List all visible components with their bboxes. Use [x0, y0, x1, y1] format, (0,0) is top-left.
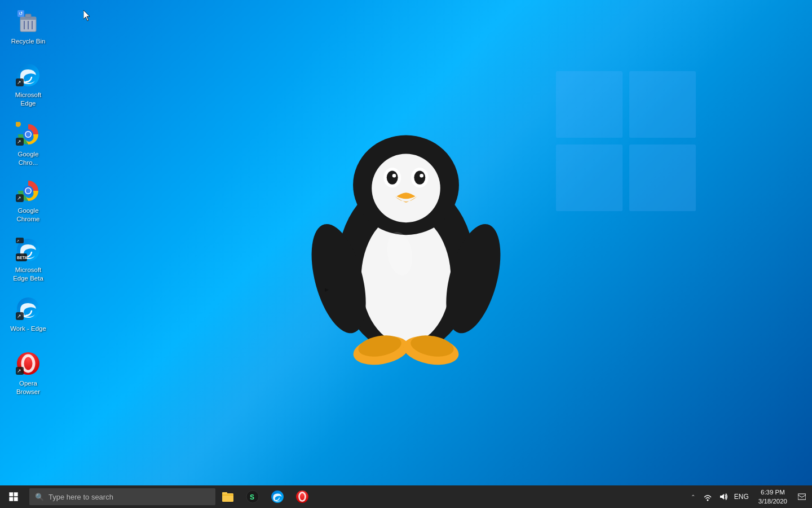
svg-text:↗: ↗ — [16, 239, 19, 243]
svg-rect-57 — [9, 492, 13, 496]
taskbar-opera[interactable] — [290, 485, 315, 508]
svg-rect-1 — [629, 71, 696, 138]
svg-rect-0 — [556, 71, 623, 138]
edge-beta-label: Microsoft Edge Beta — [8, 266, 48, 283]
chrome-label: Google Chrome — [8, 207, 48, 224]
svg-point-10 — [392, 174, 396, 178]
svg-rect-62 — [222, 492, 227, 494]
svg-text:↗: ↗ — [17, 139, 21, 144]
edge-label: Microsoft Edge — [8, 91, 48, 108]
svg-point-9 — [387, 170, 398, 184]
desktop-icon-google-chrome[interactable]: ↗ Google Chrome — [6, 175, 51, 226]
svg-point-13 — [420, 174, 423, 178]
tux-penguin: ▶ — [304, 129, 508, 366]
svg-text:↗: ↗ — [17, 195, 21, 201]
svg-point-7 — [372, 154, 440, 223]
svg-text:↗: ↗ — [17, 368, 21, 374]
chrome-old-icon: ↗ — [15, 121, 42, 148]
svg-rect-59 — [9, 497, 13, 501]
svg-point-12 — [414, 170, 425, 184]
svg-point-42 — [26, 189, 31, 194]
file-explorer-icon — [221, 490, 235, 503]
taskbar: 🔍 S — [0, 485, 812, 508]
system-tray: ⌃ ENG 6:39 PM 3/18/2020 — [686, 485, 812, 508]
chrome-old-label: Google Chro... — [8, 150, 48, 167]
svg-point-36 — [26, 132, 31, 137]
svg-rect-69 — [798, 494, 806, 500]
windows-start-icon — [9, 492, 18, 501]
taskbar-edge[interactable] — [265, 485, 290, 508]
opera-icon: ↗ — [15, 350, 42, 377]
recycle-bin-icon: ♻ ↺ — [15, 8, 42, 35]
desktop-icon-opera[interactable]: ↗ Opera Browser — [6, 348, 51, 398]
svg-point-39 — [16, 122, 21, 127]
svg-rect-60 — [14, 497, 18, 501]
edge-taskbar-icon — [271, 490, 284, 503]
volume-icon — [719, 492, 728, 501]
taskbar-file-explorer[interactable] — [215, 485, 240, 508]
mouse-cursor — [83, 10, 90, 21]
clock-date: 3/18/2020 — [758, 497, 787, 506]
svg-text:↗: ↗ — [17, 313, 21, 319]
language-indicator[interactable]: ENG — [731, 485, 752, 508]
stylus-icon: S — [246, 490, 259, 503]
svg-point-68 — [707, 500, 708, 501]
start-button[interactable] — [0, 485, 27, 508]
svg-rect-61 — [222, 493, 233, 502]
taskbar-stylus-app[interactable]: S — [240, 485, 265, 508]
svg-rect-3 — [629, 144, 696, 211]
recycle-bin-label: Recycle Bin — [11, 37, 46, 46]
svg-text:BETA: BETA — [17, 256, 28, 260]
windows-logo-decoration — [553, 68, 699, 214]
work-edge-label: Work - Edge — [10, 325, 46, 333]
desktop-icon-work-edge[interactable]: ↗ Work - Edge — [6, 293, 51, 335]
chrome-icon: ↗ — [15, 177, 42, 204]
desktop-icon-recycle-bin[interactable]: ♻ ↺ Recycle Bin — [6, 6, 51, 48]
desktop-icon-edge-beta[interactable]: BETA ↗ Microsoft Edge Beta — [6, 234, 51, 285]
notification-icon — [798, 493, 806, 501]
notification-button[interactable] — [794, 485, 810, 508]
network-tray-icon[interactable] — [700, 485, 716, 508]
edge-beta-icon: BETA ↗ — [15, 237, 42, 264]
desktop: ▶ ♻ ↺ Recycle Bin — [0, 0, 812, 485]
clock[interactable]: 6:39 PM 3/18/2020 — [752, 485, 794, 508]
opera-taskbar-icon — [295, 490, 309, 503]
svg-rect-58 — [14, 492, 18, 496]
search-bar[interactable]: 🔍 — [29, 488, 215, 505]
desktop-icon-microsoft-edge[interactable]: ↗ Microsoft Edge — [6, 59, 51, 110]
clock-time: 6:39 PM — [761, 488, 785, 497]
work-edge-icon: ↗ — [15, 295, 42, 322]
svg-text:↗: ↗ — [17, 80, 21, 85]
svg-rect-2 — [556, 144, 623, 211]
svg-text:↺: ↺ — [19, 11, 23, 16]
svg-rect-24 — [25, 14, 31, 17]
edge-icon: ↗ — [15, 62, 42, 89]
tray-chevron[interactable]: ⌃ — [686, 485, 700, 508]
network-icon — [703, 492, 712, 501]
volume-tray-icon[interactable] — [716, 485, 731, 508]
opera-label: Opera Browser — [8, 379, 48, 396]
desktop-icon-google-chrome-old[interactable]: ↗ Google Chro... — [6, 119, 51, 169]
svg-text:▶: ▶ — [325, 287, 329, 292]
svg-text:S: S — [250, 493, 254, 501]
search-input[interactable] — [48, 493, 210, 501]
search-icon: 🔍 — [35, 493, 44, 501]
